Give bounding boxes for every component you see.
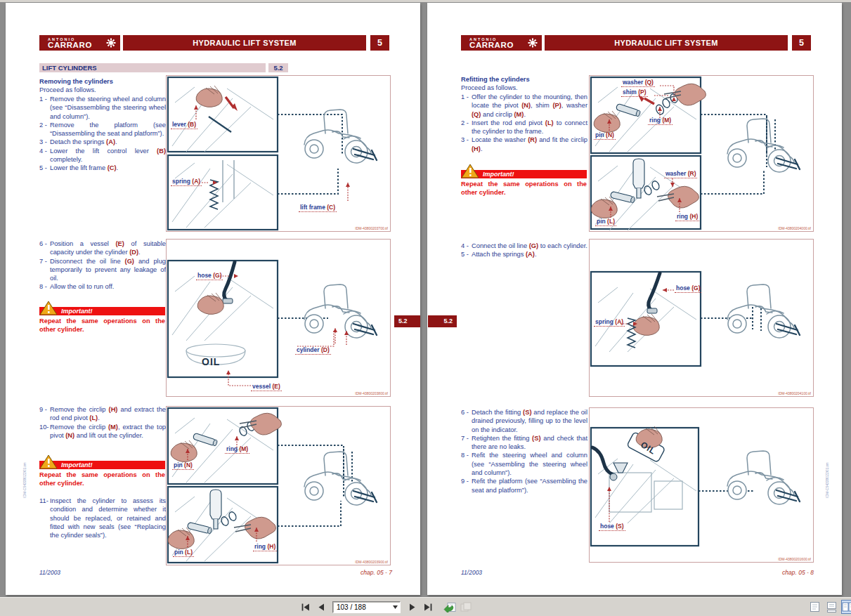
step-item: 7 -Disconnect the oil line (G) and plug …	[39, 257, 166, 283]
procedure-intro: Proceed as follows.	[39, 86, 166, 94]
figure-artwork	[167, 240, 390, 396]
first-page-button[interactable]	[298, 600, 312, 614]
step-item: 6 -Position a vessel (E) of suitable cap…	[39, 240, 166, 257]
layout-single-page-button[interactable]	[808, 601, 821, 613]
section-tab-5-2-left: 5.2	[394, 315, 420, 327]
footer-chapter: chap. 05 - 7	[360, 569, 392, 576]
figure-label-washer-r: washer (R)	[664, 170, 697, 178]
figure-oil-drain: hose (G) cylinder (D) vessel (E) OIL IDM…	[166, 239, 391, 397]
figure-label-pin-l: pin (L)	[595, 218, 616, 226]
figure-id: IDM-43800204100.tif	[778, 391, 811, 395]
layout-continuous-button[interactable]	[825, 601, 838, 613]
single-page-icon	[810, 601, 820, 612]
gear-icon	[528, 38, 538, 48]
figure-label-ring-m: ring (M)	[648, 117, 673, 125]
step-item: 5 -Lower the lift frame (C).	[39, 164, 166, 172]
step-item: 8 -Allow the oil to run off.	[39, 282, 166, 291]
step-item: 9 -Refit the platform (see “Assembling t…	[461, 477, 587, 494]
figure-lever-spring-liftframe: lever (B) spring (A) lift frame (C) IDM-…	[166, 75, 391, 232]
figure-label-vessel-e: vessel (E)	[251, 383, 282, 391]
steps-block-4: 11-Inspect the cylinder to assess its co…	[39, 497, 166, 539]
last-page-icon	[424, 603, 433, 611]
figure-label-pin-n: pin (N)	[594, 131, 616, 140]
important-note: Important! Repeat the same operations on…	[39, 302, 165, 334]
figure-label-lever-b: lever (B)	[171, 121, 197, 129]
figure-id: IDM-43800201600.tif	[778, 557, 811, 561]
steps-block-1: 1 -Remove the steering wheel and column …	[39, 95, 166, 173]
important-note: Important! Repeat the same operations on…	[461, 165, 587, 197]
previous-page-button[interactable]	[314, 600, 328, 614]
page-number-value[interactable]: 103 / 188	[333, 603, 390, 611]
important-text: Repeat the same operations on the other …	[461, 180, 587, 197]
step-item: 2 -Remove the platform (see “Disassembli…	[39, 121, 166, 138]
section-number-box: 5.2	[268, 63, 288, 72]
warning-triangle-icon	[39, 301, 58, 315]
figure-label-spring-a: spring (A)	[594, 318, 625, 327]
step-item: 3 -Locate the washer (R) and fit the cir…	[461, 136, 587, 153]
figure-label-hose-g: hose (G)	[196, 272, 223, 280]
step-item: 4 -Connect the oil line (G) to each cyli…	[461, 242, 587, 250]
page-navigation-group: 103 / 188	[298, 600, 473, 614]
page-number-combobox[interactable]: 103 / 188	[332, 601, 401, 613]
figure-artwork	[590, 76, 813, 231]
last-page-button[interactable]	[421, 600, 435, 614]
step-item: 1 -Remove the steering wheel and column …	[39, 95, 166, 121]
layout-facing-button[interactable]	[842, 601, 851, 613]
warning-triangle-icon	[461, 164, 479, 178]
facing-pages-icon	[842, 601, 851, 612]
procedure-heading: Removing the cylinders	[39, 77, 166, 86]
page-title-bar: HYDRAULIC LIFT SYSTEM	[545, 35, 788, 51]
step-item: 5 -Attach the springs (A).	[461, 250, 587, 258]
figure-artwork	[590, 408, 813, 562]
step-item: 6 -Detach the fitting (S) and replace th…	[461, 408, 587, 434]
steps-block-3: 9 -Remove the circlip (H) and extract th…	[39, 405, 166, 440]
combobox-dropdown-arrow[interactable]	[390, 602, 400, 612]
previous-view-button[interactable]	[443, 600, 457, 614]
page-layout-group	[808, 601, 851, 613]
important-bar: Important!	[39, 307, 165, 315]
figure-refit-pivots: washer (Q) shim (P) ring (M) pin (N) was…	[589, 75, 814, 232]
important-bar: Important!	[39, 461, 165, 469]
procedure-intro: Proceed as follows.	[461, 84, 587, 92]
brand-logo: ANTONIO CARRARO	[39, 35, 120, 51]
steps-block-2: 6 -Position a vessel (E) of suitable cap…	[39, 240, 166, 291]
warning-triangle-icon	[39, 454, 58, 469]
important-label: Important!	[39, 307, 165, 315]
continuous-page-icon	[826, 601, 837, 612]
first-page-icon	[301, 603, 310, 611]
window-top-strip	[0, 0, 851, 2]
figure-label-lift-frame-c: lift frame (C)	[299, 204, 337, 212]
figure-artwork	[167, 407, 390, 565]
steps-block-1: 1 -Offer the cylinder to the mounting, t…	[461, 93, 587, 153]
figure-label-hose-g: hose (G)	[675, 284, 701, 293]
next-page-button[interactable]	[405, 600, 419, 614]
figure-id: IDM-43800203900.tif	[355, 560, 388, 564]
figure-label-shim-p: shim (P)	[621, 89, 648, 97]
figure-label-ring-h: ring (H)	[253, 543, 277, 551]
footer-chapter: chap. 05 - 8	[782, 569, 814, 576]
next-view-button[interactable]	[459, 600, 473, 614]
oil-text: OIL	[202, 356, 220, 367]
page-title-bar: HYDRAULIC LIFT SYSTEM	[123, 35, 366, 51]
chevron-down-icon	[393, 605, 398, 609]
figure-id: IDM-43800204000.tif	[778, 226, 811, 230]
figure-label-pin-n: pin (N)	[172, 461, 194, 470]
step-item: 2 -Insert the rod end pivot (L) to conne…	[461, 119, 587, 136]
figure-label-cylinder-d: cylinder (D)	[295, 346, 331, 355]
figure-label-washer-q: washer (Q)	[621, 79, 655, 87]
footer-date: 11/2003	[461, 569, 482, 576]
step-item: 7 -Retighten the fitting (S) and check t…	[461, 434, 587, 452]
section-title-bar: LIFT CYLINDERS	[39, 63, 266, 72]
margin-note: IDM-C54338022/01.tm	[22, 462, 27, 498]
next-view-icon	[460, 602, 472, 612]
brand-logo: ANTONIO CARRARO	[461, 35, 542, 51]
procedure-heading: Refitting the cylinders	[461, 75, 587, 84]
footer-date: 11/2003	[39, 569, 60, 576]
figure-label-hose-s: hose (S)	[599, 523, 625, 531]
previous-page-icon	[318, 603, 325, 611]
important-label: Important!	[461, 170, 587, 178]
page-left: ANTONIO CARRARO HYDRAULIC LIFT SYSTEM 5 …	[6, 3, 420, 595]
figure-refit-oil-line: hose (G) spring (A) IDM-43800204100.tif	[589, 239, 814, 397]
section-tab-5-2-right: 5.2	[428, 315, 457, 327]
viewer-toolbar: 103 / 188	[0, 597, 851, 616]
